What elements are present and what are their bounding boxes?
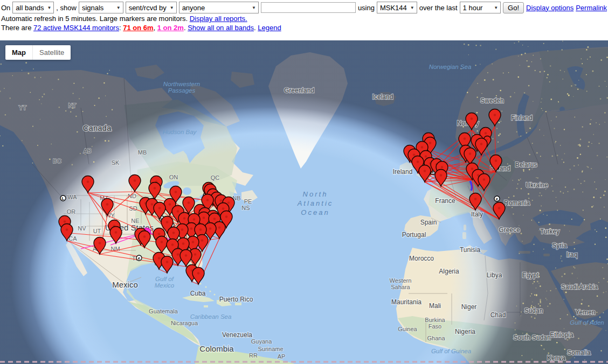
small-report-marker[interactable]: e — [136, 255, 142, 261]
svg-text:NE: NE — [131, 218, 139, 224]
svg-text:Chad: Chad — [490, 311, 506, 319]
map-type-control: Map Satellite — [5, 45, 71, 60]
band-select[interactable]: all bands▼ — [12, 2, 54, 13]
svg-text:Algeria: Algeria — [439, 268, 459, 275]
svg-text:Egypt: Egypt — [522, 271, 539, 279]
svg-text:Norwegian Sea: Norwegian Sea — [429, 64, 472, 70]
svg-text:Italy: Italy — [471, 211, 483, 218]
svg-text:QC: QC — [211, 174, 220, 181]
legend-link[interactable]: Legend — [258, 24, 281, 32]
map-canvas[interactable]: Map Satellite — [0, 40, 608, 364]
svg-text:Finland: Finland — [511, 114, 532, 122]
svg-text:Passages: Passages — [168, 87, 196, 94]
go-button[interactable]: Go! — [503, 2, 524, 13]
period-select[interactable]: 1 hour▼ — [460, 2, 501, 13]
svg-text:Libya: Libya — [487, 271, 502, 279]
svg-text:BC: BC — [53, 158, 61, 164]
svg-text:NV: NV — [78, 225, 86, 232]
svg-text:Tunisia: Tunisia — [460, 246, 481, 254]
show-all-bands-link[interactable]: Show all on all bands — [188, 24, 254, 32]
chevron-down-icon: ▼ — [170, 5, 174, 10]
svg-text:UT: UT — [93, 228, 101, 234]
svg-text:Northwestern: Northwestern — [163, 81, 200, 87]
mode-select[interactable]: MSK144▼ — [377, 2, 417, 13]
svg-text:Iceland: Iceland — [372, 93, 393, 101]
callsign-input[interactable] — [261, 2, 356, 13]
svg-text:Niger: Niger — [461, 303, 477, 311]
small-report-marker[interactable]: L — [60, 195, 66, 201]
svg-text:Greece: Greece — [499, 226, 520, 234]
svg-text:Western: Western — [390, 277, 412, 284]
svg-text:Ethiopia: Ethiopia — [550, 331, 574, 339]
svg-text:Caribbean Sea: Caribbean Sea — [190, 313, 232, 320]
svg-text:Yemen: Yemen — [576, 309, 596, 316]
svg-text:Venezuela: Venezuela — [222, 331, 252, 339]
sent-rcvd-select[interactable]: sent/rcvd by▼ — [126, 2, 177, 13]
svg-text:PE: PE — [244, 198, 252, 205]
svg-text:Puerto Rico: Puerto Rico — [219, 296, 253, 303]
small-report-marker[interactable]: e — [494, 196, 500, 201]
who-select[interactable]: anyone▼ — [179, 2, 259, 13]
svg-text:Nicaragua: Nicaragua — [171, 320, 198, 326]
monitors-2m-link[interactable]: 1 on 2m — [157, 24, 184, 32]
svg-text:Cuba: Cuba — [190, 290, 206, 297]
svg-text:Ukraine: Ukraine — [526, 181, 548, 189]
there-are-text: There are — [1, 24, 33, 32]
svg-text:Somalia: Somalia — [567, 349, 591, 356]
svg-text:NT: NT — [68, 102, 77, 109]
display-options-link[interactable]: Display options — [526, 4, 574, 12]
svg-text:Guatemala: Guatemala — [149, 308, 178, 314]
svg-text:Hudson Bay: Hudson Bay — [163, 129, 197, 135]
svg-text:ON: ON — [169, 174, 178, 180]
svg-text:Syria: Syria — [552, 242, 567, 249]
svg-text:Sweden: Sweden — [480, 97, 503, 104]
svg-text:Atlantic: Atlantic — [297, 199, 334, 207]
svg-text:Mauritania: Mauritania — [391, 298, 422, 306]
svg-text:Colombia: Colombia — [199, 344, 234, 353]
svg-text:NS: NS — [241, 205, 250, 211]
status-line-1: Automatic refresh in 5 minutes. Large ma… — [0, 14, 608, 23]
map-type-map-button[interactable]: Map — [5, 45, 32, 60]
svg-text:Portugal: Portugal — [402, 231, 426, 239]
chevron-down-icon: ▼ — [252, 5, 256, 10]
svg-text:Ocean: Ocean — [301, 208, 329, 216]
svg-text:e: e — [496, 197, 499, 201]
svg-text:WA: WA — [67, 194, 77, 200]
on-label: On — [1, 4, 10, 12]
svg-text:OR: OR — [67, 208, 76, 215]
svg-text:Burkina: Burkina — [425, 317, 445, 323]
svg-text:Saudi Arabia: Saudi Arabia — [561, 283, 598, 291]
signals-select[interactable]: signals▼ — [79, 2, 123, 13]
svg-text:Gulf of Guinea: Gulf of Guinea — [431, 348, 471, 354]
svg-text:France: France — [435, 197, 455, 205]
over-last-label: over the last — [419, 4, 458, 12]
map-type-satellite-button[interactable]: Satellite — [32, 45, 71, 60]
svg-text:Sudan: Sudan — [524, 307, 543, 314]
svg-text:Mali: Mali — [429, 302, 441, 310]
svg-text:Suriname: Suriname — [258, 346, 283, 352]
pskreporter-page: { "toolbar": { "on_label": "On", "band_s… — [0, 0, 608, 364]
permalink-link[interactable]: Permalink — [576, 4, 607, 12]
svg-text:Turkey: Turkey — [540, 228, 559, 235]
using-label: using — [358, 4, 375, 12]
comma-text: , — [154, 24, 157, 32]
display-all-reports-link[interactable]: Display all reports. — [190, 15, 247, 23]
world-map: NorthwesternPassagesHudson BayNorwegian … — [0, 40, 608, 364]
monitors-6m-link[interactable]: 71 on 6m — [123, 24, 153, 32]
active-monitors-link[interactable]: 72 active MSK144 monitors — [33, 24, 119, 32]
refresh-text: Automatic refresh in 5 minutes. Large ma… — [1, 15, 190, 23]
svg-text:YT: YT — [19, 104, 26, 111]
svg-text:North: North — [303, 190, 328, 198]
svg-text:South Sudan: South Sudan — [513, 334, 550, 341]
svg-text:Ghana: Ghana — [427, 335, 445, 341]
svg-text:Spain: Spain — [420, 219, 437, 226]
svg-text:Mexico: Mexico — [112, 280, 138, 289]
svg-text:Greenland: Greenland — [284, 87, 314, 94]
svg-text:Gulf of Aden: Gulf of Aden — [570, 319, 604, 326]
svg-text:Nigeria: Nigeria — [455, 328, 475, 335]
svg-text:Iraq: Iraq — [566, 251, 578, 258]
chevron-down-icon: ▼ — [116, 5, 121, 10]
status-line-2: There are 72 active MSK144 monitors: 71 … — [0, 23, 608, 32]
svg-text:Mexico: Mexico — [155, 282, 175, 289]
svg-text:L: L — [62, 196, 65, 201]
